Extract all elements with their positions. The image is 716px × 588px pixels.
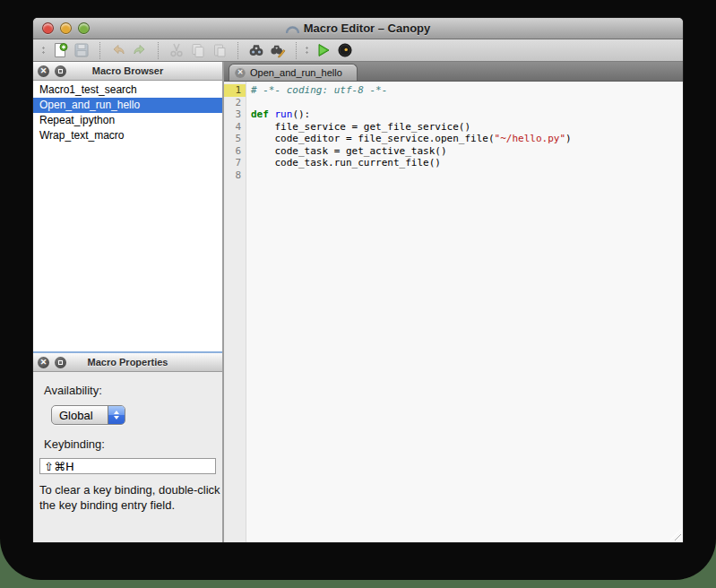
- zoom-window-button[interactable]: [78, 22, 90, 34]
- macro-list-item[interactable]: Repeat_ipython: [33, 113, 222, 128]
- code-line[interactable]: 1# -*- coding: utf-8 -*-: [224, 84, 683, 97]
- redo-button: [129, 40, 151, 60]
- macro-browser-header: ✕ Macro Browser: [33, 62, 222, 81]
- code-text: def run():: [246, 108, 310, 121]
- line-number: 6: [224, 145, 246, 158]
- macro-browser-dock: ✕ Macro Browser Macro1_test_searchOpen_a…: [33, 62, 222, 542]
- find-replace-icon: [270, 42, 286, 58]
- toolbar-separator: [237, 42, 238, 59]
- keybinding-label: Keybinding:: [44, 437, 216, 451]
- code-text: # -*- coding: utf-8 -*-: [246, 84, 387, 97]
- resize-grip-icon[interactable]: [669, 529, 681, 540]
- paste-button: [209, 40, 230, 60]
- editor-tabbar: ✕ Open_and_run_hello: [224, 62, 683, 82]
- availability-label: Availability:: [44, 384, 216, 397]
- macro-list-item[interactable]: Open_and_run_hello: [33, 98, 222, 113]
- line-number: 1: [224, 84, 246, 97]
- float-panel-icon[interactable]: [55, 357, 66, 368]
- find-button[interactable]: [246, 40, 267, 60]
- record-icon: [337, 42, 353, 58]
- line-number: 5: [224, 133, 246, 145]
- macro-browser-title: Macro Browser: [92, 65, 163, 76]
- toolbar-separator: [158, 42, 159, 59]
- code-line[interactable]: 2: [224, 97, 683, 109]
- macro-properties-header: ✕ Macro Properties: [33, 353, 222, 372]
- paste-icon: [211, 42, 228, 58]
- line-number: 7: [224, 157, 246, 169]
- cut-icon: [168, 42, 185, 58]
- traffic-lights: [42, 22, 90, 34]
- macro-list: Macro1_test_searchOpen_and_run_helloRepe…: [33, 81, 222, 353]
- line-number: 4: [224, 121, 246, 134]
- new-file-icon: [52, 42, 68, 58]
- code-line[interactable]: 8: [224, 169, 683, 182]
- code-line[interactable]: 4 file_service = get_file_service(): [224, 121, 683, 134]
- save-macro-button: [71, 40, 92, 60]
- new-macro-button[interactable]: [49, 40, 71, 60]
- app-window: Macro Editor – Canopy ✕ Macro Browser Ma…: [33, 18, 683, 542]
- cut-button: [166, 40, 187, 60]
- close-window-button[interactable]: [42, 22, 54, 34]
- find-replace-button[interactable]: [267, 40, 289, 60]
- keybinding-help-text: To clear a key binding, double-click the…: [39, 482, 225, 513]
- run-macro-button[interactable]: [313, 40, 334, 60]
- undo-icon: [110, 42, 126, 58]
- code-line[interactable]: 3def run():: [224, 108, 683, 121]
- keybinding-input[interactable]: [39, 458, 216, 474]
- record-macro-button[interactable]: [334, 40, 356, 60]
- tab-label: Open_and_run_hello: [250, 67, 342, 78]
- line-number: 3: [224, 108, 246, 121]
- toolbar-separator: [99, 42, 100, 59]
- line-number: 8: [224, 169, 246, 182]
- availability-select[interactable]: Global: [51, 405, 125, 425]
- editor-pane: ✕ Open_and_run_hello 1# -*- coding: utf-…: [224, 62, 683, 542]
- line-number: 2: [224, 97, 246, 109]
- copy-icon: [190, 42, 206, 58]
- close-panel-icon[interactable]: ✕: [38, 357, 49, 368]
- document-proxy-icon: [286, 23, 299, 34]
- popup-stepper-icon: [108, 406, 125, 424]
- copy-button: [187, 40, 209, 60]
- code-text: code_editor = file_service.open_file("~/…: [246, 133, 572, 145]
- undo-button: [108, 40, 129, 60]
- macro-properties-body: Availability: Global Keybinding: To clea…: [33, 372, 222, 542]
- code-line[interactable]: 7 code_task.run_current_file(): [224, 157, 683, 169]
- code-text: file_service = get_file_service(): [246, 121, 470, 134]
- save-icon: [73, 42, 90, 58]
- macro-list-item[interactable]: Macro1_test_search: [33, 82, 222, 98]
- find-icon: [248, 42, 264, 58]
- availability-value: Global: [52, 406, 108, 424]
- run-icon: [315, 42, 332, 58]
- macro-list-item[interactable]: Wrap_text_macro: [33, 128, 222, 143]
- code-text: [246, 169, 257, 182]
- toolbar-drag-handle[interactable]: [42, 46, 45, 55]
- code-text: code_task.run_current_file(): [246, 157, 441, 169]
- minimize-window-button[interactable]: [60, 22, 72, 34]
- toolbar-drag-handle[interactable]: [306, 46, 308, 55]
- close-panel-icon[interactable]: ✕: [38, 65, 49, 77]
- code-line[interactable]: 5 code_editor = file_service.open_file("…: [224, 133, 683, 145]
- code-editor[interactable]: 1# -*- coding: utf-8 -*-2 3def run():4 f…: [224, 82, 683, 542]
- tab-open-and-run-hello[interactable]: ✕ Open_and_run_hello: [229, 64, 358, 81]
- window-title: Macro Editor – Canopy: [304, 22, 431, 35]
- redo-icon: [132, 42, 148, 58]
- titlebar[interactable]: Macro Editor – Canopy: [33, 18, 683, 39]
- toolbar: [33, 39, 683, 62]
- float-panel-icon[interactable]: [55, 65, 66, 77]
- tab-close-icon[interactable]: ✕: [235, 67, 246, 78]
- code-line[interactable]: 6 code_task = get_active_task(): [224, 145, 683, 158]
- code-text: code_task = get_active_task(): [246, 145, 447, 158]
- code-text: [246, 97, 257, 109]
- toolbar-separator: [296, 42, 297, 59]
- macro-properties-title: Macro Properties: [88, 357, 168, 368]
